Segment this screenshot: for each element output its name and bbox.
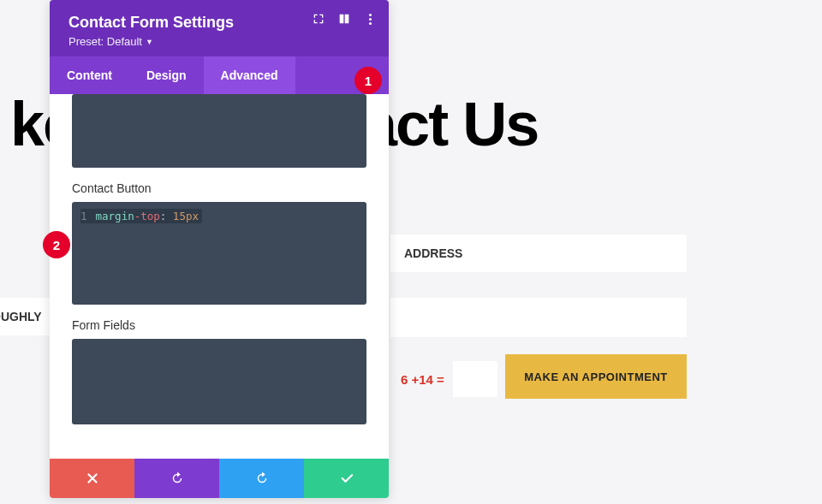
- make-appointment-button[interactable]: MAKE AN APPOINTMENT: [505, 354, 687, 399]
- preset-selector[interactable]: Preset: Default ▼: [68, 35, 370, 48]
- undo-button[interactable]: [134, 459, 219, 498]
- captcha-input[interactable]: [453, 361, 497, 397]
- annotation-badge-1: 1: [354, 67, 382, 94]
- panel-footer: [50, 459, 389, 498]
- code-area-top[interactable]: [72, 94, 366, 168]
- annotation-badge-2: 2: [43, 231, 70, 258]
- expand-icon[interactable]: [312, 12, 325, 26]
- panel-header: Contact Form Settings Preset: Default ▼: [50, 0, 389, 56]
- columns-icon[interactable]: [337, 12, 351, 26]
- redo-button[interactable]: [219, 459, 304, 498]
- tabs-bar: Content Design Advanced: [50, 56, 389, 94]
- section-contact-button-label: Contact Button: [72, 181, 366, 195]
- confirm-button[interactable]: [304, 459, 389, 498]
- section-form-fields-label: Form Fields: [72, 318, 366, 332]
- tab-advanced[interactable]: Advanced: [204, 56, 295, 94]
- panel-body: Contact Button 1margin-top: 15px Form Fi…: [50, 94, 389, 459]
- code-area-form-fields[interactable]: [72, 339, 366, 424]
- tab-design[interactable]: Design: [129, 56, 204, 94]
- address-field[interactable]: ADDRESS: [390, 234, 687, 272]
- tab-content[interactable]: Content: [50, 56, 129, 94]
- close-icon: [85, 471, 100, 486]
- blank-field[interactable]: [390, 298, 687, 337]
- code-line-number: 1: [80, 210, 87, 222]
- settings-panel: Contact Form Settings Preset: Default ▼ …: [50, 0, 389, 498]
- undo-icon: [170, 471, 185, 486]
- check-icon: [339, 471, 354, 486]
- caret-down-icon: ▼: [146, 38, 153, 46]
- captcha-row: 6 +14 =: [401, 361, 497, 397]
- captcha-equation: 6 +14 =: [401, 372, 444, 387]
- more-menu-icon[interactable]: [363, 12, 377, 26]
- code-area-contact-button[interactable]: 1margin-top: 15px: [72, 202, 366, 305]
- redo-icon: [254, 471, 270, 486]
- delete-button[interactable]: [50, 459, 134, 498]
